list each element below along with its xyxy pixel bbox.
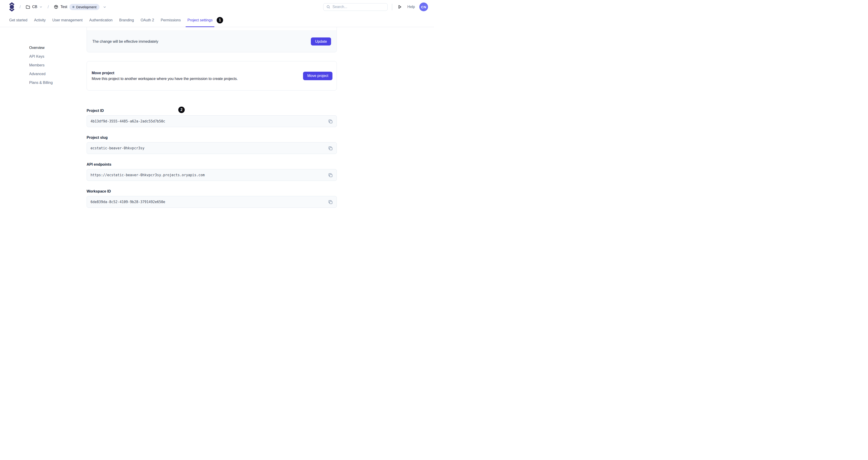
play-icon: [398, 5, 402, 9]
sidebar-item-overview[interactable]: Overview: [29, 45, 53, 50]
sidebar-item-members[interactable]: Members: [29, 63, 53, 67]
avatar[interactable]: CN: [419, 2, 428, 11]
workspace-id-value: 6de839da-8c52-4109-9b28-3791492e650e: [91, 200, 165, 204]
update-card-footer: The change will be effective immediately…: [87, 31, 337, 52]
settings-sidebar: Overview API Keys Members Advanced Plans…: [29, 45, 53, 89]
annotation-badge-2: 2: [178, 106, 185, 113]
tab-bar: Get started Activity User management Aut…: [0, 14, 434, 27]
tab-oauth2[interactable]: OAuth 2: [139, 14, 156, 27]
breadcrumb: / CB /: [9, 2, 106, 12]
search-input[interactable]: [333, 5, 384, 9]
project-slug-section: Project slug ecstatic-beaver-0hkvpcr3sy: [87, 135, 337, 154]
project-slug-value: ecstatic-beaver-0hkvpcr3sy: [91, 146, 145, 150]
move-project-title: Move project: [92, 71, 238, 75]
project-id-label: Project ID: [87, 109, 337, 113]
project-switcher[interactable]: Test Development: [54, 4, 106, 10]
breadcrumb-separator: /: [20, 5, 21, 9]
update-message: The change will be effective immediately: [92, 39, 158, 44]
move-project-button[interactable]: Move project: [303, 72, 333, 80]
chevron-down-icon: [103, 5, 106, 9]
sidebar-item-plans-billing[interactable]: Plans & Billing: [29, 81, 53, 85]
tab-branding[interactable]: Branding: [117, 14, 136, 27]
copy-project-id-button[interactable]: [327, 118, 334, 125]
copy-icon: [328, 200, 333, 205]
environment-dot-icon: [72, 6, 74, 8]
tab-get-started[interactable]: Get started: [7, 14, 29, 27]
project-name: Test: [60, 5, 67, 9]
update-button[interactable]: Update: [311, 37, 331, 45]
workspace-id-label: Workspace ID: [87, 189, 337, 194]
copy-icon: [328, 119, 333, 124]
tab-activity[interactable]: Activity: [32, 14, 48, 27]
api-endpoints-value: https://ecstatic-beaver-0hkvpcr3sy.proje…: [91, 173, 205, 177]
settings-content: The change will be effective immediately…: [87, 27, 337, 208]
copy-workspace-id-button[interactable]: [327, 199, 334, 205]
package-icon: [54, 5, 58, 9]
help-button[interactable]: Help: [407, 5, 415, 9]
sidebar-item-api-keys[interactable]: API Keys: [29, 54, 53, 59]
header-divider: [392, 4, 392, 10]
tab-project-settings[interactable]: Project settings 1: [186, 14, 214, 27]
folder-icon: [26, 5, 30, 9]
update-card-body: [87, 27, 337, 31]
top-bar: / CB /: [0, 0, 434, 14]
project-id-section: Project ID 4b13df9d-3555-4485-a62a-2adc5…: [87, 109, 337, 127]
project-slug-label: Project slug: [87, 135, 337, 140]
project-id-field: 4b13df9d-3555-4485-a62a-2adc55d7b50c: [87, 115, 337, 127]
move-project-description: Move this project to another workspace w…: [92, 77, 238, 81]
top-bar-actions: Help CN: [323, 2, 428, 11]
sidebar-item-advanced[interactable]: Advanced: [29, 72, 53, 76]
workspace-id-section: Workspace ID 6de839da-8c52-4109-9b28-379…: [87, 189, 337, 208]
tab-permissions[interactable]: Permissions: [159, 14, 183, 27]
main-area: Overview API Keys Members Advanced Plans…: [0, 27, 434, 230]
project-identifiers: 2 Project ID 4b13df9d-3555-4485-a62a-2ad…: [87, 91, 337, 208]
search-box[interactable]: [323, 3, 388, 11]
move-project-text: Move project Move this project to anothe…: [92, 71, 238, 81]
workspace-switcher[interactable]: CB: [26, 5, 42, 9]
project-slug-field: ecstatic-beaver-0hkvpcr3sy: [87, 142, 337, 154]
chevron-down-icon: [39, 5, 42, 8]
project-id-value: 4b13df9d-3555-4485-a62a-2adc55d7b50c: [91, 119, 165, 123]
workspace-name: CB: [32, 5, 37, 9]
copy-icon: [328, 146, 333, 151]
app-logo-icon: [9, 2, 14, 12]
search-icon: [326, 5, 330, 9]
copy-icon: [328, 173, 333, 178]
workspace-id-field: 6de839da-8c52-4109-9b28-3791492e650e: [87, 196, 337, 208]
app-logo[interactable]: [9, 2, 14, 12]
api-endpoints-field: https://ecstatic-beaver-0hkvpcr3sy.proje…: [87, 169, 337, 181]
environment-label: Development: [76, 5, 96, 9]
tab-user-management[interactable]: User management: [51, 14, 85, 27]
api-endpoints-label: API endpoints: [87, 162, 337, 167]
tab-authentication[interactable]: Authentication: [87, 14, 114, 27]
breadcrumb-separator: /: [48, 5, 49, 9]
move-project-card: Move project Move this project to anothe…: [87, 61, 337, 91]
copy-project-slug-button[interactable]: [327, 145, 334, 151]
update-card: The change will be effective immediately…: [87, 27, 337, 52]
copy-api-endpoints-button[interactable]: [327, 172, 334, 178]
environment-badge: Development: [69, 4, 99, 10]
play-button[interactable]: [397, 5, 403, 9]
api-endpoints-section: API endpoints https://ecstatic-beaver-0h…: [87, 162, 337, 181]
tab-project-settings-label: Project settings: [187, 18, 213, 22]
annotation-badge-1: 1: [217, 17, 223, 24]
